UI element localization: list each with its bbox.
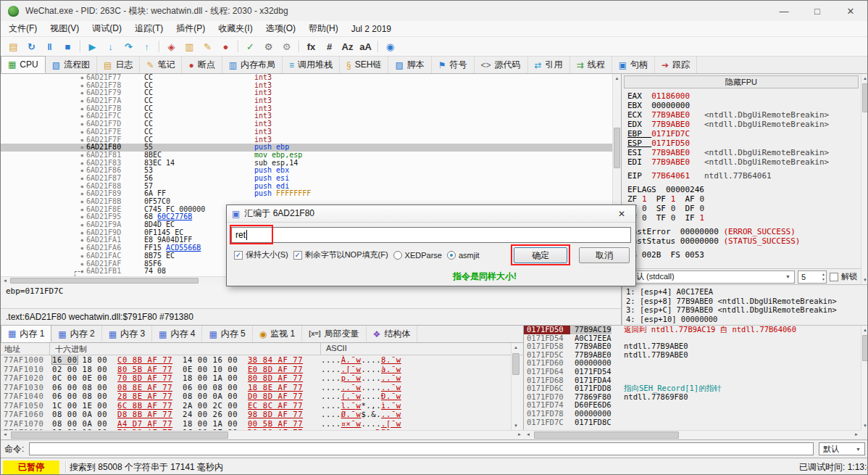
step-out-icon[interactable]: ↑ xyxy=(138,38,155,54)
scroll-right-icon[interactable]: ► xyxy=(852,431,861,439)
tab-graph[interactable]: ▧流程图 xyxy=(46,57,97,73)
dialog-close-button[interactable]: ✕ xyxy=(613,207,630,220)
register-row[interactable]: GS 002B FS 0053 xyxy=(627,250,861,260)
memory-row[interactable]: 77AF107008 00 0A 00 A4 D7 AF 77 18 00 1A… xyxy=(1,419,523,429)
stop-icon[interactable]: ■ xyxy=(59,38,76,54)
preferences-icon[interactable]: ⚙ xyxy=(278,38,295,54)
register-row[interactable]: EBX 00000000 xyxy=(627,101,861,110)
memory-row[interactable]: 77AF10200C 00 0E 00 70 8D AF 77 18 00 1A… xyxy=(1,373,523,383)
menu-item-收藏夹[interactable]: 收藏夹(I) xyxy=(212,22,259,35)
dialog-titlebar[interactable]: ▣ 汇编于 6AD21F80 ✕ xyxy=(227,205,635,223)
scroll-down-icon[interactable]: ▼ xyxy=(861,276,868,284)
scroll-up-icon[interactable]: ▲ xyxy=(512,343,520,352)
tab-log[interactable]: ▤日志 xyxy=(97,57,140,73)
disasm-row[interactable]: ●6AD21F7ECCint3 xyxy=(1,128,621,136)
close-button[interactable]: ✕ xyxy=(834,1,867,21)
checkbox-icon[interactable] xyxy=(830,273,838,281)
run-icon[interactable]: ▶ xyxy=(84,38,101,54)
scroll-left-icon[interactable]: ◄ xyxy=(524,431,533,439)
strings-icon[interactable]: Az xyxy=(339,38,356,54)
register-row[interactable]: EBP 0171FD7C xyxy=(627,129,861,139)
tab-locals[interactable]: [x=]局部变量 xyxy=(302,326,366,342)
asmjit-radio[interactable]: asmjit xyxy=(447,251,480,260)
tab-dump-1[interactable]: ▦内存 1 xyxy=(1,325,51,342)
register-row[interactable]: EDX 77B9ABE0 <ntdll.DbgUiRemoteBreakin> xyxy=(627,120,861,129)
register-row[interactable]: EDI 77B9ABE0 <ntdll.DbgUiRemoteBreakin> xyxy=(627,157,861,167)
maximize-button[interactable]: □ xyxy=(801,1,834,21)
tab-call-stack[interactable]: ≡调用堆栈 xyxy=(283,57,340,73)
globe-icon[interactable]: ◉ xyxy=(382,38,398,54)
argument-row[interactable]: 4: [esp+10] 00000000 xyxy=(626,315,865,324)
tab-cpu[interactable]: ▦CPU xyxy=(1,56,46,73)
menu-item-选项[interactable]: 选项(O) xyxy=(259,22,302,35)
pause-icon[interactable]: ‖ xyxy=(41,38,58,54)
tab-watch-1[interactable]: ◉监视 1 xyxy=(253,326,303,342)
command-input[interactable] xyxy=(29,442,814,455)
register-row[interactable]: ZF 1 PF 1 AF 0 xyxy=(627,194,861,204)
tab-references[interactable]: ⇄引用 xyxy=(528,57,570,73)
argument-row[interactable]: 2: [esp+8] 77B9ABE0 <ntdll.DbgUiRemoteBr… xyxy=(626,297,865,306)
command-scope-dropdown[interactable]: 默认 ▼ xyxy=(819,442,865,455)
tab-dump-2[interactable]: ▦内存 2 xyxy=(51,326,101,342)
tab-threads[interactable]: ⇉线程 xyxy=(570,57,612,73)
scroll-thumb[interactable] xyxy=(862,83,868,112)
register-row[interactable]: LastStatus 00000000 (STATUS_SUCCESS) xyxy=(627,236,861,246)
checkbox-checked-icon[interactable]: ✓ xyxy=(234,251,243,260)
register-row[interactable]: ECX 77B9ABE0 <ntdll.DbgUiRemoteBreakin> xyxy=(627,110,861,120)
register-row[interactable]: OF 0 SF 0 DF 0 xyxy=(627,204,861,213)
hash-icon[interactable]: # xyxy=(321,38,338,54)
memory-row[interactable]: 77AF104006 00 08 00 28 8E AF 77 08 00 0A… xyxy=(1,392,523,401)
step-over-icon[interactable]: ↷ xyxy=(120,38,137,54)
case-icon[interactable]: aA xyxy=(357,38,374,54)
checkbox-checked-icon[interactable]: ✓ xyxy=(293,251,302,260)
restart-icon[interactable]: ↻ xyxy=(23,38,40,54)
cancel-button[interactable]: 取消 xyxy=(579,247,630,263)
scroll-thumb[interactable] xyxy=(614,128,620,168)
stack-row[interactable]: 0171FD640171FD54 xyxy=(524,368,620,376)
menu-item-帮助[interactable]: 帮助(H) xyxy=(302,22,345,35)
registers-vertical-scrollbar[interactable]: ▲ ▼ xyxy=(861,74,868,284)
settings-icon[interactable]: ⚙ xyxy=(260,38,277,54)
tab-memory-map[interactable]: ▥内存布局 xyxy=(222,57,283,73)
hide-fpu-button[interactable]: 隐藏FPU xyxy=(624,75,859,88)
instruction-input[interactable]: ret xyxy=(231,227,631,243)
breakpoint-icon[interactable]: ● xyxy=(217,38,234,54)
notes-icon[interactable]: ✎ xyxy=(199,38,216,54)
scroll-up-icon[interactable]: ▲ xyxy=(861,326,868,334)
scroll-left-icon[interactable]: ◄ xyxy=(1,277,9,284)
scroll-thumb[interactable] xyxy=(534,431,679,439)
disasm-row[interactable]: ●6AD21F818BECmov ebp,esp xyxy=(1,152,621,160)
tab-dump-5[interactable]: ▦内存 5 xyxy=(202,326,252,342)
memory-row[interactable]: 77AF103006 00 08 00 08 8E AF 77 06 00 08… xyxy=(1,383,523,392)
radio-unselected-icon[interactable] xyxy=(393,251,402,260)
trace-icon[interactable]: ◈ xyxy=(163,38,180,54)
argument-row[interactable]: 3: [esp+C] 77B9ABE0 <ntdll.DbgUiRemoteBr… xyxy=(626,305,865,315)
tab-dump-3[interactable]: ▦内存 3 xyxy=(102,326,152,342)
scroll-down-icon[interactable]: ▼ xyxy=(512,421,520,430)
stack-row[interactable]: 0171FD7800000000 xyxy=(524,410,620,418)
argument-count-spinner[interactable]: 5 ▲▼ xyxy=(798,270,827,284)
memory-dump-view[interactable]: 77AF100016 00 18 00 C0 8B AF 77 14 00 16… xyxy=(1,355,524,430)
tab-dump-4[interactable]: ▦内存 4 xyxy=(152,326,202,342)
tab-handles[interactable]: ▣句柄 xyxy=(612,57,655,73)
tab-trace[interactable]: ➔跟踪 xyxy=(655,57,697,73)
argument-row[interactable]: 1: [esp+4] A0C17EEA xyxy=(626,287,865,297)
stack-row[interactable]: 0171FD6C0171FDD8 xyxy=(524,384,620,393)
menu-item-文件[interactable]: 文件(F) xyxy=(2,22,43,35)
scroll-up-icon[interactable]: ▲ xyxy=(861,74,868,83)
ok-button[interactable]: 确定 xyxy=(514,247,567,263)
tab-seh[interactable]: §SEH链 xyxy=(340,57,388,73)
column-header-ascii[interactable]: ASCII xyxy=(321,343,523,355)
menu-item-调试[interactable]: 调试(D) xyxy=(85,22,128,35)
menu-item-插件[interactable]: 插件(P) xyxy=(170,22,212,35)
menu-item-追踪[interactable]: 追踪(T) xyxy=(128,22,170,35)
spinner-arrows-icon[interactable]: ▲▼ xyxy=(822,272,825,282)
memory-row[interactable]: 77AF10501C 00 1E 00 6C 8B AF 77 2A 00 2C… xyxy=(1,401,523,410)
scroll-thumb[interactable] xyxy=(512,353,519,375)
register-row[interactable]: EFLAGS 00000246 xyxy=(627,185,861,194)
tab-struct[interactable]: ❖结构体 xyxy=(367,326,418,342)
tab-notes[interactable]: ✎笔记 xyxy=(140,57,182,73)
register-row[interactable]: EIP 77B64061 ntdll.77B64061 xyxy=(627,171,861,181)
log-icon[interactable]: ▥ xyxy=(181,38,198,54)
xedparse-radio[interactable]: XEDParse xyxy=(393,251,442,260)
